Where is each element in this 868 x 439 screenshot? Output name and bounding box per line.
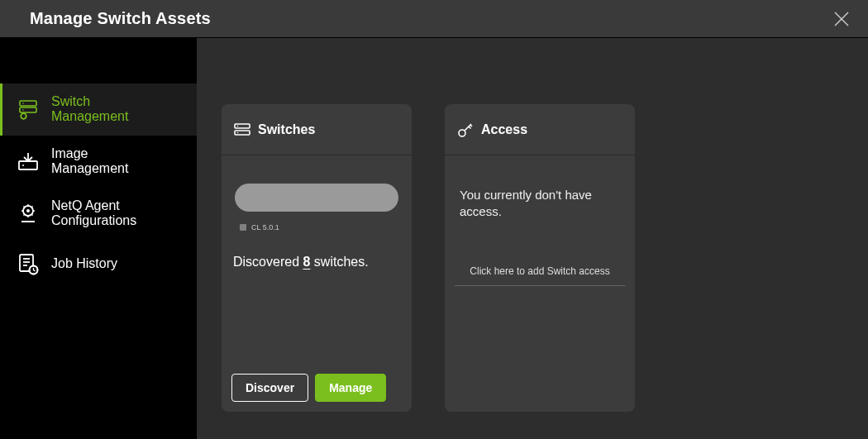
access-message: You currently don't have access.: [456, 187, 623, 221]
access-card-header: Access: [445, 104, 635, 155]
sidebar-item-switch-management[interactable]: Switch Management: [0, 84, 197, 136]
svg-rect-2: [20, 101, 36, 106]
page-title: Manage Switch Assets: [30, 9, 832, 28]
svg-point-4: [22, 103, 24, 105]
discover-button[interactable]: Discover: [231, 374, 308, 402]
switches-card-header: Switches: [222, 104, 412, 155]
main-content: Switches CL 5.0.1 Discovered 8 switches.…: [197, 38, 868, 439]
sidebar-item-netq-agent-config[interactable]: NetQ Agent Configurations: [0, 188, 197, 240]
access-card: Access You currently don't have access. …: [445, 104, 635, 412]
switches-distribution-bar: [235, 184, 398, 212]
job-history-icon: [17, 252, 40, 275]
netq-agent-icon: [17, 202, 40, 225]
svg-point-8: [22, 165, 24, 166]
svg-point-19: [237, 125, 239, 126]
close-button[interactable]: [832, 9, 851, 29]
version-label: CL 5.0.1: [251, 223, 279, 231]
switch-management-icon: [17, 98, 40, 121]
version-legend-item: CL 5.0.1: [240, 223, 398, 231]
svg-rect-3: [20, 107, 36, 112]
svg-point-20: [237, 131, 239, 133]
switches-card-title: Switches: [258, 122, 315, 137]
manage-button[interactable]: Manage: [315, 374, 386, 402]
add-switch-access-link[interactable]: Click here to add Switch access: [455, 265, 625, 286]
key-icon: [456, 121, 475, 139]
access-card-title: Access: [481, 122, 527, 137]
svg-point-5: [22, 110, 24, 112]
sidebar: Switch Management Image Management: [0, 38, 197, 439]
sidebar-item-label: NetQ Agent Configurations: [51, 198, 136, 229]
sidebar-item-label: Image Management: [51, 146, 128, 177]
svg-point-21: [459, 130, 465, 136]
svg-rect-7: [19, 161, 37, 169]
titlebar: Manage Switch Assets: [0, 0, 868, 38]
svg-point-6: [21, 114, 26, 119]
sidebar-item-label: Job History: [51, 256, 117, 271]
close-icon: [832, 10, 851, 28]
sidebar-item-label: Switch Management: [51, 94, 128, 125]
sidebar-item-job-history[interactable]: Job History: [0, 239, 197, 289]
discovered-summary: Discovered 8 switches.: [233, 255, 400, 270]
sidebar-item-image-management[interactable]: Image Management: [0, 136, 197, 188]
svg-point-10: [26, 209, 30, 212]
switches-card: Switches CL 5.0.1 Discovered 8 switches.…: [222, 104, 412, 412]
switches-icon: [233, 121, 251, 139]
image-management-icon: [17, 150, 40, 173]
version-swatch-icon: [240, 224, 246, 231]
